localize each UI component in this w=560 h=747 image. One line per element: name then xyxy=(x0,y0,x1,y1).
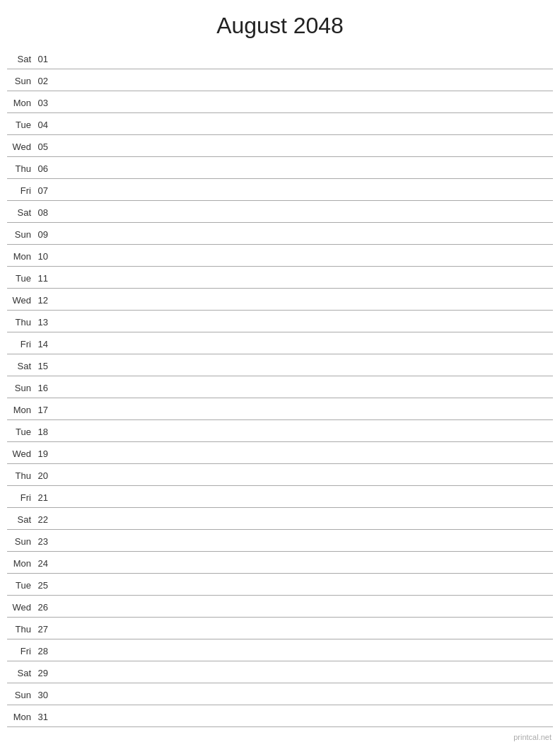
day-name: Sat xyxy=(7,361,34,371)
day-row: Thu13 xyxy=(7,311,553,332)
day-row: Mon31 xyxy=(7,705,553,727)
day-line xyxy=(54,475,553,476)
day-row: Thu27 xyxy=(7,618,553,639)
day-line xyxy=(54,278,553,279)
day-line xyxy=(54,103,553,103)
day-name: Tue xyxy=(7,273,34,284)
day-number: 03 xyxy=(34,98,54,108)
day-line xyxy=(54,212,553,213)
day-name: Wed xyxy=(7,448,34,459)
day-name: Wed xyxy=(7,295,34,306)
day-row: Sat29 xyxy=(7,661,553,683)
day-number: 08 xyxy=(34,207,54,218)
day-number: 26 xyxy=(34,602,54,613)
day-row: Thu20 xyxy=(7,464,553,486)
day-row: Wed19 xyxy=(7,442,553,464)
day-row: Tue11 xyxy=(7,267,553,289)
day-name: Mon xyxy=(7,405,34,415)
day-row: Sun02 xyxy=(7,69,553,91)
day-name: Tue xyxy=(7,120,34,130)
day-row: Mon24 xyxy=(7,552,553,574)
day-number: 31 xyxy=(34,712,54,722)
day-row: Sat08 xyxy=(7,201,553,223)
day-line xyxy=(54,717,553,717)
day-name: Sat xyxy=(7,207,34,218)
day-number: 06 xyxy=(34,163,54,174)
day-number: 24 xyxy=(34,558,54,569)
day-name: Sat xyxy=(7,514,34,525)
day-name: Mon xyxy=(7,98,34,108)
day-line xyxy=(54,366,553,366)
day-name: Fri xyxy=(7,339,34,349)
day-name: Sun xyxy=(7,383,34,393)
day-line xyxy=(54,190,553,191)
day-line xyxy=(54,322,553,323)
day-number: 21 xyxy=(34,492,54,503)
calendar-container: Sat01Sun02Mon03Tue04Wed05Thu06Fri07Sat08… xyxy=(0,47,560,727)
day-number: 02 xyxy=(34,76,54,86)
day-line xyxy=(54,585,553,586)
day-row: Tue04 xyxy=(7,113,553,135)
day-number: 25 xyxy=(34,580,54,591)
day-name: Mon xyxy=(7,558,34,569)
day-name: Sun xyxy=(7,76,34,86)
day-name: Sun xyxy=(7,536,34,547)
day-row: Wed05 xyxy=(7,135,553,157)
day-line xyxy=(54,629,553,630)
day-line xyxy=(54,563,553,564)
day-line xyxy=(54,59,553,59)
day-name: Thu xyxy=(7,470,34,481)
day-number: 01 xyxy=(34,54,54,64)
day-name: Sun xyxy=(7,229,34,240)
day-row: Tue18 xyxy=(7,420,553,442)
day-line xyxy=(54,234,553,235)
day-row: Thu06 xyxy=(7,157,553,179)
day-row: Mon17 xyxy=(7,398,553,420)
day-line xyxy=(54,541,553,542)
day-row: Sun23 xyxy=(7,530,553,552)
day-row: Mon10 xyxy=(7,245,553,267)
day-name: Wed xyxy=(7,141,34,152)
day-number: 19 xyxy=(34,448,54,459)
day-line xyxy=(54,519,553,520)
day-number: 16 xyxy=(34,383,54,393)
day-number: 14 xyxy=(34,339,54,349)
day-row: Tue25 xyxy=(7,574,553,596)
day-number: 10 xyxy=(34,251,54,262)
day-line xyxy=(54,81,553,81)
day-name: Sat xyxy=(7,54,34,64)
day-name: Sat xyxy=(7,668,34,678)
day-line xyxy=(54,344,553,344)
day-number: 23 xyxy=(34,536,54,547)
day-row: Wed12 xyxy=(7,289,553,311)
day-number: 29 xyxy=(34,668,54,678)
day-number: 15 xyxy=(34,361,54,371)
day-name: Thu xyxy=(7,163,34,174)
day-line xyxy=(54,410,553,410)
day-number: 11 xyxy=(34,273,54,284)
day-number: 05 xyxy=(34,141,54,152)
day-line xyxy=(54,256,553,257)
day-line xyxy=(54,673,553,673)
day-name: Thu xyxy=(7,317,34,328)
day-name: Tue xyxy=(7,427,34,437)
day-row: Fri28 xyxy=(7,639,553,661)
day-name: Fri xyxy=(7,646,34,656)
day-name: Fri xyxy=(7,185,34,196)
day-number: 07 xyxy=(34,185,54,196)
watermark: printcal.net xyxy=(513,733,552,741)
day-number: 17 xyxy=(34,405,54,415)
day-name: Fri xyxy=(7,492,34,503)
day-line xyxy=(54,432,553,432)
day-name: Tue xyxy=(7,580,34,591)
day-number: 04 xyxy=(34,120,54,130)
day-line xyxy=(54,168,553,169)
day-number: 09 xyxy=(34,229,54,240)
day-number: 27 xyxy=(34,624,54,635)
day-name: Mon xyxy=(7,251,34,262)
day-line xyxy=(54,497,553,498)
day-row: Sun09 xyxy=(7,223,553,245)
day-line xyxy=(54,388,553,388)
day-line xyxy=(54,651,553,652)
day-line xyxy=(54,695,553,695)
